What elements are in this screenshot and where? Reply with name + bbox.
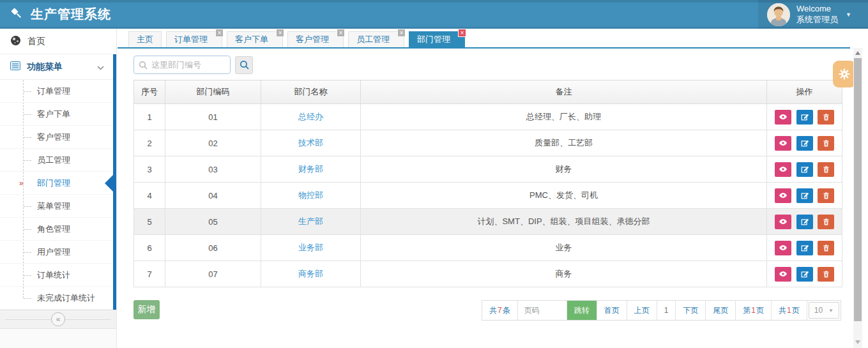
table-row: 7 07 商务部 商务 [134,261,842,287]
sidebar-item-user-mgmt[interactable]: 用户管理 [0,241,113,264]
close-icon[interactable]: × [397,29,406,37]
tab-customer-order[interactable]: 客户下单× [227,31,283,47]
table-footer: 新增 共7条 跳转 首页 上页 1 下页 尾页 第1页 共1页 [133,300,841,321]
next-page-button[interactable]: 下页 [676,301,706,320]
edit-button[interactable] [796,188,813,203]
eye-icon [779,139,788,148]
department-link[interactable]: 物控部 [298,190,323,200]
select-caret-icon: ▼ [828,308,834,314]
scrollbar-thumb[interactable] [854,58,862,321]
add-button[interactable]: 新增 [133,300,160,319]
delete-button[interactable] [818,215,834,229]
avatar [767,3,790,26]
tab-employee-mgmt[interactable]: 员工管理× [348,31,404,47]
sidebar-item-menu-mgmt[interactable]: 菜单管理 [0,195,113,218]
delete-button[interactable] [818,188,834,203]
edit-button[interactable] [796,215,813,229]
search-button[interactable] [235,56,253,74]
last-page-button[interactable]: 尾页 [706,301,736,320]
gavel-logo-icon [9,6,24,24]
sidebar-item-department-mgmt[interactable]: » 部门管理 [0,172,113,195]
sidebar-group-menu[interactable]: 功能菜单 [0,54,113,80]
table-row: 1 01 总经办 总经理、厂长、助理 [134,104,842,130]
col-code: 部门编码 [165,80,261,104]
view-button[interactable] [775,215,791,229]
scroll-up-arrow[interactable] [853,48,862,57]
department-link[interactable]: 总经办 [298,112,323,121]
prev-page-button[interactable]: 上页 [627,301,657,320]
tab-department-mgmt[interactable]: 部门管理× [409,31,465,47]
delete-button[interactable] [818,162,834,177]
tab-customer-mgmt[interactable]: 客户管理× [287,31,344,47]
sidebar-item-home[interactable]: 首页 [0,29,116,54]
view-button[interactable] [775,241,791,255]
department-table: 序号 部门编码 部门名称 备注 操作 1 01 总经办 总经理、厂长、助理 [133,80,842,287]
edit-icon [800,112,809,121]
settings-gear-button[interactable] [833,61,856,87]
edit-icon [800,269,809,278]
department-link[interactable]: 技术部 [298,138,323,148]
sidebar-item-order-mgmt[interactable]: 订单管理 [0,80,113,103]
search-input[interactable] [134,56,230,73]
eye-icon [779,243,788,252]
app-title: 生产管理系统 [31,6,111,23]
view-button[interactable] [775,162,791,177]
tab-bar: 主页 订单管理× 客户下单× 客户管理× 员工管理× 部门管理× [118,29,850,49]
view-button[interactable] [775,267,791,282]
sidebar-item-employee-mgmt[interactable]: 员工管理 [0,149,113,172]
trash-icon [822,113,830,121]
vertical-scrollbar[interactable] [853,48,862,348]
search-icon [139,61,148,70]
department-link[interactable]: 商务部 [298,269,323,278]
delete-button[interactable] [818,267,834,282]
edit-button[interactable] [796,136,813,151]
edit-icon [800,217,809,226]
close-icon[interactable]: × [215,29,224,37]
delete-button[interactable] [818,110,834,125]
eye-icon [779,269,788,278]
first-page-button[interactable]: 首页 [597,301,627,320]
department-link[interactable]: 财务部 [298,164,323,174]
edit-icon [800,165,809,174]
view-button[interactable] [775,110,791,125]
page-size-select[interactable]: 10 ▼ [809,302,839,319]
department-link[interactable]: 生产部 [298,216,323,226]
pagination-bar: 共7条 跳转 首页 上页 1 下页 尾页 第1页 共1页 [482,300,841,321]
sidebar-item-order-stats[interactable]: 订单统计 [0,264,113,287]
page-number-input[interactable] [518,301,567,320]
department-link[interactable]: 业务部 [298,243,323,252]
collapse-sidebar-button[interactable]: « [51,312,65,326]
tab-order-mgmt[interactable]: 订单管理× [166,31,222,47]
delete-button[interactable] [818,136,834,151]
active-item-arrow [105,175,113,192]
table-row: 5 05 生产部 计划、SMT、DIP、组装、项目组装、承德分部 [134,209,842,235]
close-icon[interactable]: × [276,29,284,37]
gear-icon [837,67,851,81]
trash-icon [822,192,830,200]
edit-icon [800,191,809,200]
user-menu[interactable]: Welcome 系统管理员 ▼ [758,0,868,29]
sidebar-item-customer-mgmt[interactable]: 客户管理 [0,126,113,149]
close-icon[interactable]: × [337,29,345,37]
eye-icon [779,191,788,200]
edit-button[interactable] [796,110,813,125]
view-button[interactable] [775,136,791,151]
sidebar-menu-panel: 功能菜单 订单管理 客户下单 客户管理 员工管理 » 部门管理 菜单管理 角色管… [0,54,116,310]
sidebar-item-customer-order[interactable]: 客户下单 [0,103,113,126]
eye-icon [779,217,788,226]
caret-down-icon: ▼ [846,11,851,18]
jump-button[interactable]: 跳转 [567,301,597,320]
search-icon [240,60,249,70]
table-row: 3 03 财务部 财务 [134,156,842,183]
sidebar-item-unfinished-order-stats[interactable]: 未完成订单统计 [0,287,113,310]
scroll-down-arrow[interactable] [853,338,862,347]
edit-button[interactable] [796,162,813,177]
view-button[interactable] [775,188,791,203]
edit-button[interactable] [796,241,813,255]
list-icon [10,61,20,72]
tab-home[interactable]: 主页 [128,31,162,47]
close-icon[interactable]: × [458,29,466,37]
edit-button[interactable] [796,267,813,282]
sidebar-item-role-mgmt[interactable]: 角色管理 [0,218,113,241]
delete-button[interactable] [818,241,834,255]
